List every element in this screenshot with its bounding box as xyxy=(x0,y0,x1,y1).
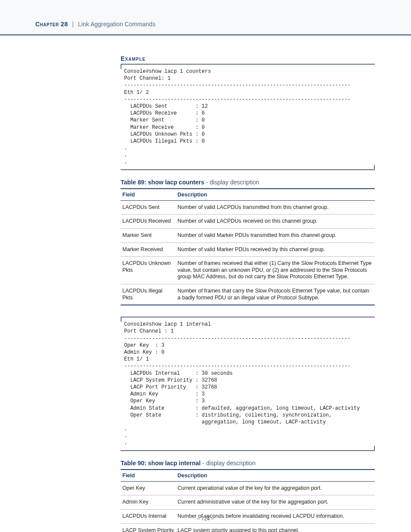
cell-desc: Number of frames that carry the Slow Pro… xyxy=(176,284,375,305)
table-header-row: Field Description xyxy=(121,470,375,482)
col-description: Description xyxy=(176,189,375,201)
cell-field: LACPDUs Unknown Pkts xyxy=(121,257,176,284)
cell-field: Admin Key xyxy=(121,495,176,510)
example-heading: Example xyxy=(121,55,375,62)
table-row: LACPDUs Unknown Pkts Number of frames re… xyxy=(121,257,375,284)
spacer xyxy=(121,305,375,317)
table-89: Field Description LACPDUs Sent Number of… xyxy=(121,188,375,306)
table-90: Field Description Oper Key Current opera… xyxy=(121,469,375,532)
page: Chapter 28 | Link Aggregation Commands E… xyxy=(0,0,411,532)
cell-desc: Number of valid LACPDUs received on this… xyxy=(176,215,375,229)
running-header: Chapter 28 | Link Aggregation Commands xyxy=(35,21,156,28)
table-90-title-suffix: - display description xyxy=(201,460,256,467)
cell-desc: Number of valid Marker PDUs received by … xyxy=(176,243,375,257)
col-field: Field xyxy=(121,189,176,201)
chapter-title: Link Aggregation Commands xyxy=(78,21,156,28)
header-band xyxy=(0,0,411,35)
table-row: LACPDUs Received Number of valid LACPDUs… xyxy=(121,215,375,229)
table-row: Admin Key Current administrative value o… xyxy=(121,495,375,510)
cell-field: LACPDUs Illegal Pkts xyxy=(121,284,176,305)
header-separator: | xyxy=(72,21,74,28)
col-description: Description xyxy=(176,470,375,482)
cell-field: LACPDUs Sent xyxy=(121,200,176,215)
cell-desc: Number of valid Marker PDUs transmitted … xyxy=(176,228,375,243)
cell-field: Oper Key xyxy=(121,481,176,495)
table-row: LACP System Priority LACP system priorit… xyxy=(121,523,375,532)
code-block-counters: Console#show lacp 1 counters Port Channe… xyxy=(121,64,375,170)
table-row: LACPDUs Sent Number of valid LACPDUs tra… xyxy=(121,200,375,215)
table-89-title-bold: Table 89: show lacp counters xyxy=(121,179,204,186)
code-block-internal: Console#show lacp 1 internal Port Channe… xyxy=(121,317,375,451)
table-row: Marker Sent Number of valid Marker PDUs … xyxy=(121,228,375,243)
cell-desc: Current administrative value of the key … xyxy=(176,495,375,510)
cell-desc: LACP system priority assigned to this po… xyxy=(176,523,375,532)
content-column: Example Console#show lacp 1 counters Por… xyxy=(121,52,375,532)
table-89-title: Table 89: show lacp counters - display d… xyxy=(121,179,375,186)
chapter-label: Chapter 28 xyxy=(35,21,68,28)
table-90-title-bold: Table 90: show lacp internal xyxy=(121,460,201,467)
table-89-title-suffix: - display description xyxy=(204,179,259,186)
col-field: Field xyxy=(121,470,176,482)
cell-desc: Number of valid LACPDUs transmitted from… xyxy=(176,200,375,215)
cell-field: Marker Received xyxy=(121,243,176,257)
code-text: Console#show lacp 1 counters Port Channe… xyxy=(121,67,375,167)
cell-field: Marker Sent xyxy=(121,228,176,243)
page-number: – 724 – xyxy=(0,516,411,522)
cell-field: LACPDUs Received xyxy=(121,215,176,229)
table-header-row: Field Description xyxy=(121,189,375,201)
table-row: LACPDUs Illegal Pkts Number of frames th… xyxy=(121,284,375,305)
code-text: Console#show lacp 1 internal Port Channe… xyxy=(121,320,375,447)
table-row: Marker Received Number of valid Marker P… xyxy=(121,243,375,257)
table-row: Oper Key Current operational value of th… xyxy=(121,481,375,495)
cell-desc: Current operational value of the key for… xyxy=(176,481,375,495)
table-90-title: Table 90: show lacp internal - display d… xyxy=(121,460,375,467)
cell-field: LACP System Priority xyxy=(121,523,176,532)
cell-desc: Number of frames received that either (1… xyxy=(176,257,375,284)
